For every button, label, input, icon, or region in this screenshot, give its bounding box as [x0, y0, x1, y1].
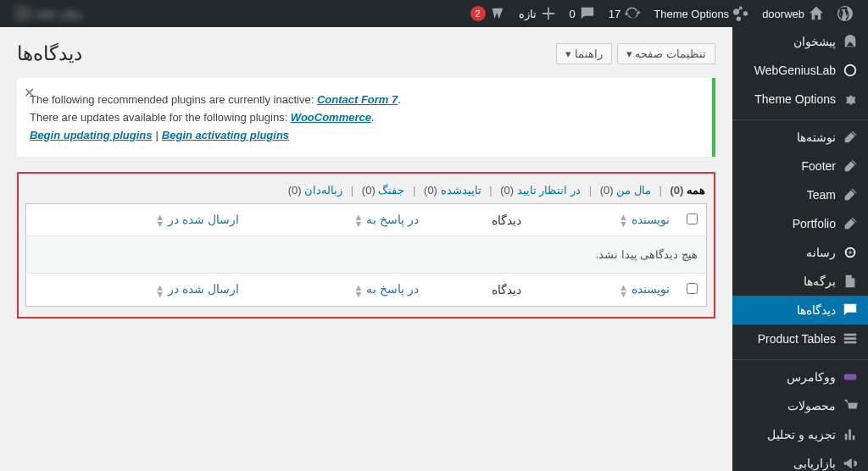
col-comment-foot: دیدگاه [427, 274, 530, 306]
col-date-foot[interactable]: ارسال شده در▲▼ [26, 274, 248, 306]
sidebar-item-posts[interactable]: نوشته‌ها [732, 123, 868, 152]
plugin-notice: ✕ The following recommended plugins are … [17, 78, 715, 157]
sidebar-item-dashboard[interactable]: پیشخوان [732, 27, 868, 56]
sidebar-item-pages[interactable]: برگه‌ها [732, 267, 868, 296]
site-home-link[interactable]: doorweb [755, 0, 831, 27]
user-greeting[interactable]: سلام user [8, 0, 90, 27]
svg-point-0 [845, 65, 856, 76]
filter-all[interactable]: همه (0) [668, 184, 707, 197]
empty-row: هیچ دیدگاهی پیدا نشد. [26, 236, 707, 274]
filter-trash[interactable]: زباله‌دان (0) [287, 184, 345, 197]
sidebar-item-team[interactable]: Team [732, 180, 868, 209]
admin-toolbar: doorweb Theme Options 17 0 تازه 2 سلام u… [0, 0, 868, 27]
col-author[interactable]: نویسنده▲▼ [530, 204, 678, 236]
filter-spam[interactable]: جفنگ (0) [360, 184, 407, 197]
yoast-link[interactable]: 2 [464, 0, 512, 27]
col-author-foot[interactable]: نویسنده▲▼ [530, 274, 678, 306]
comment-status-filters: همه (0) | مال من (0) | در انتظار تایید (… [25, 184, 707, 197]
sidebar-item-comments[interactable]: دیدگاه‌ها [732, 296, 868, 324]
select-all-top[interactable] [687, 213, 698, 224]
admin-sidebar: پیشخوان WebGeniusLab Theme Options نوشته… [732, 27, 868, 327]
col-response-foot[interactable]: در پاسخ به▲▼ [248, 274, 427, 306]
updates-count: 17 [609, 8, 620, 20]
col-comment: دیدگاه [427, 204, 530, 236]
help-button[interactable]: راهنما ▾ [556, 43, 612, 64]
select-all-bottom[interactable] [687, 283, 698, 294]
filter-approved[interactable]: تاییدشده (0) [422, 184, 483, 197]
main-content: تنظیمات صفحه ▾ راهنما ▾ دیدگاه‌ها ✕ The … [0, 27, 732, 327]
updates-link[interactable]: 17 [602, 0, 647, 27]
sidebar-item-theme-options[interactable]: Theme Options [732, 85, 868, 114]
sidebar-item-media[interactable]: رسانه [732, 238, 868, 267]
screen-options-button[interactable]: تنظیمات صفحه ▾ [617, 43, 715, 64]
page-title: دیدگاه‌ها [17, 42, 82, 65]
new-content-link[interactable]: تازه [512, 0, 563, 27]
notice-link-cf7[interactable]: Contact Form 7 [317, 93, 398, 106]
col-date[interactable]: ارسال شده در▲▼ [26, 204, 248, 236]
notice-link-woo[interactable]: WooCommerce [291, 111, 371, 124]
filter-mine[interactable]: مال من (0) [598, 184, 653, 197]
site-name: doorweb [762, 8, 804, 20]
sidebar-item-product-tables[interactable]: Product Tables [732, 324, 868, 327]
notice-action-update[interactable]: Begin updating plugins [30, 129, 152, 141]
sidebar-separator [732, 116, 868, 120]
dismiss-notice-icon[interactable]: ✕ [24, 85, 41, 102]
notice-action-activate[interactable]: Begin activating plugins [162, 129, 289, 141]
comments-panel-highlight: همه (0) | مال من (0) | در انتظار تایید (… [17, 172, 715, 319]
comments-table: نویسنده▲▼ دیدگاه در پاسخ به▲▼ ارسال شده … [25, 203, 707, 307]
comments-top-link[interactable]: 0 [563, 0, 602, 27]
theme-options-top[interactable]: Theme Options [647, 0, 755, 27]
sidebar-item-footer[interactable]: Footer [732, 152, 868, 180]
wp-logo[interactable] [831, 0, 860, 27]
svg-point-2 [849, 251, 852, 254]
yoast-badge: 2 [470, 6, 486, 21]
sidebar-item-webgenius[interactable]: WebGeniusLab [732, 56, 868, 85]
sidebar-item-portfolio[interactable]: Portfolio [732, 209, 868, 238]
col-response[interactable]: در پاسخ به▲▼ [248, 204, 427, 236]
filter-pending[interactable]: در انتظار تایید (0) [498, 184, 582, 197]
